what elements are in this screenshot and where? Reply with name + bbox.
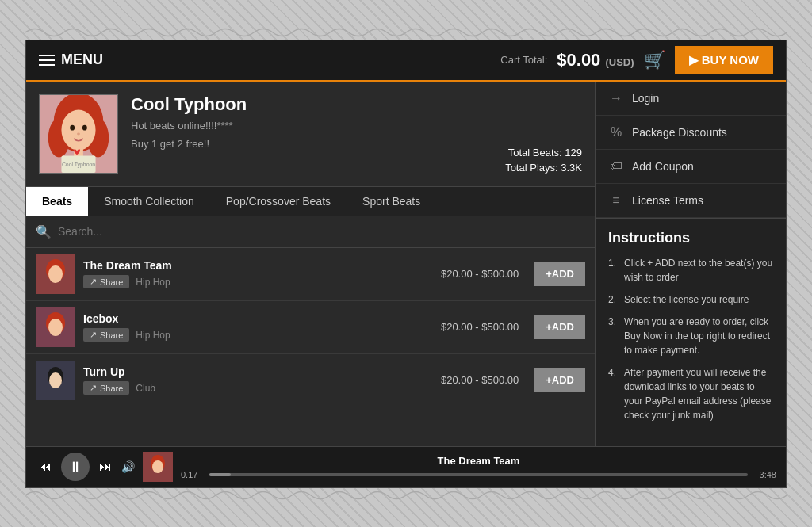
beat-title-3: Turn Up xyxy=(83,365,433,378)
beat-title-1: The Dream Team xyxy=(83,259,433,272)
share-icon-3: ↗ xyxy=(90,383,97,393)
nav-label-coupon: Add Coupon xyxy=(632,160,694,173)
beat-actions-3: ↗ Share Club xyxy=(83,381,433,395)
plays-label: Total Plays: xyxy=(505,162,557,174)
tab-beats[interactable]: Beats xyxy=(26,187,88,216)
bottom-squiggle xyxy=(25,488,787,502)
outer-wrapper: MENU Cart Total: $0.00 (USD) 🛒 ▶ BUY NOW xyxy=(0,0,812,527)
instructions-title: Instructions xyxy=(608,230,773,246)
total-beats: Total Beats: 129 xyxy=(505,147,582,158)
nav-item-coupon[interactable]: 🏷 Add Coupon xyxy=(596,150,786,184)
svg-point-19 xyxy=(49,372,62,388)
header: MENU Cart Total: $0.00 (USD) 🛒 ▶ BUY NOW xyxy=(26,40,786,82)
buy-now-button[interactable]: ▶ BUY NOW xyxy=(675,46,773,74)
total-plays: Total Plays: 3.3K xyxy=(505,162,582,174)
svg-point-22 xyxy=(152,460,163,473)
nav-item-packages[interactable]: % Package Discounts xyxy=(596,116,786,150)
svg-point-16 xyxy=(48,319,63,336)
svg-point-13 xyxy=(48,265,63,283)
share-button-3[interactable]: ↗ Share xyxy=(83,381,129,395)
search-input[interactable] xyxy=(58,225,585,238)
packages-icon: % xyxy=(608,125,624,139)
beat-info-3: Turn Up ↗ Share Club xyxy=(83,365,433,395)
add-button-3[interactable]: +ADD xyxy=(534,368,585,392)
main-container: MENU Cart Total: $0.00 (USD) 🛒 ▶ BUY NOW xyxy=(25,40,787,488)
tab-smooth[interactable]: Smooth Collection xyxy=(88,187,210,216)
svg-point-7 xyxy=(77,132,80,135)
instruction-step-4: After payment you will receive the downl… xyxy=(608,365,773,422)
beat-genre-2: Hip Hop xyxy=(136,330,170,341)
beat-list: The Dream Team ↗ Share Hip Hop $20.00 - … xyxy=(26,248,595,446)
right-panel: → Login % Package Discounts 🏷 Add Coupon… xyxy=(596,82,786,446)
instructions-section: Instructions Click + ADD next to the bea… xyxy=(596,219,786,446)
nav-label-terms: License Terms xyxy=(632,194,703,207)
menu-button[interactable]: MENU xyxy=(39,52,103,68)
top-squiggle xyxy=(25,25,787,40)
player-bar: ⏮ ⏸ ⏭ 🔊 The Dream Team 0.17 xyxy=(26,446,786,487)
nav-item-terms[interactable]: ≡ License Terms xyxy=(596,184,786,218)
artist-promo: Buy 1 get 2 free!! xyxy=(131,138,492,150)
cart-total-amount: $0.00 (USD) xyxy=(557,50,634,71)
current-track-name: The Dream Team xyxy=(181,455,776,467)
player-controls: ⏮ ⏸ ⏭ 🔊 xyxy=(36,453,135,481)
content-area: Cool Typhoon Cool Typhoon Hot beats onli… xyxy=(26,82,786,446)
instructions-list: Click + ADD next to the beat(s) you wish… xyxy=(608,256,773,422)
svg-point-4 xyxy=(61,109,95,150)
beat-actions-1: ↗ Share Hip Hop xyxy=(83,275,433,288)
beat-title-2: Icebox xyxy=(83,312,433,325)
add-button-2[interactable]: +ADD xyxy=(534,315,585,339)
beat-genre-1: Hip Hop xyxy=(136,277,170,288)
artist-details: Cool Typhoon Hot beats online!!!!**** Bu… xyxy=(131,94,492,174)
instruction-step-1: Click + ADD next to the beat(s) you wish… xyxy=(608,256,773,285)
time-current: 0.17 xyxy=(181,470,203,479)
beat-genre-3: Club xyxy=(136,383,155,394)
volume-icon[interactable]: 🔊 xyxy=(121,460,135,473)
share-button-2[interactable]: ↗ Share xyxy=(83,328,129,342)
add-button-1[interactable]: +ADD xyxy=(534,262,585,286)
svg-point-6 xyxy=(82,124,87,130)
artist-name: Cool Typhoon xyxy=(131,94,492,115)
beats-value: 129 xyxy=(565,147,582,158)
next-button[interactable]: ⏭ xyxy=(96,456,115,477)
search-icon: 🔍 xyxy=(36,224,52,239)
beat-thumb-2 xyxy=(36,307,75,347)
instruction-step-3: When you are ready to order, click Buy N… xyxy=(608,315,773,357)
menu-label: MENU xyxy=(61,52,103,68)
artist-stats: Total Beats: 129 Total Plays: 3.3K xyxy=(505,94,582,174)
time-total: 3:48 xyxy=(754,470,776,479)
beat-info-1: The Dream Team ↗ Share Hip Hop xyxy=(83,259,433,288)
beat-thumb-1 xyxy=(36,254,75,294)
progress-section: The Dream Team 0.17 3:48 xyxy=(181,455,776,479)
nav-item-login[interactable]: → Login xyxy=(596,82,786,116)
share-label-1: Share xyxy=(100,277,123,287)
coupon-icon: 🏷 xyxy=(608,159,624,174)
artist-info: Cool Typhoon Cool Typhoon Hot beats onli… xyxy=(26,82,595,187)
artist-image: Cool Typhoon xyxy=(39,94,118,174)
current-track-thumb xyxy=(143,452,173,482)
share-label-3: Share xyxy=(100,384,123,393)
cart-total-label: Cart Total: xyxy=(500,54,547,66)
plays-value: 3.3K xyxy=(561,162,582,174)
tab-sport[interactable]: Sport Beats xyxy=(347,187,436,216)
nav-label-packages: Package Discounts xyxy=(632,126,727,139)
cart-icon[interactable]: 🛒 xyxy=(644,50,665,71)
share-button-1[interactable]: ↗ Share xyxy=(83,275,129,288)
login-icon: → xyxy=(608,91,624,105)
search-bar: 🔍 xyxy=(26,216,595,248)
left-panel: Cool Typhoon Cool Typhoon Hot beats onli… xyxy=(26,82,596,446)
beat-item-1: The Dream Team ↗ Share Hip Hop $20.00 - … xyxy=(26,248,595,301)
beat-item-3: Turn Up ↗ Share Club $20.00 - $500.00 +A… xyxy=(26,354,595,407)
terms-icon: ≡ xyxy=(608,193,624,208)
tab-pop[interactable]: Pop/Crossover Beats xyxy=(210,187,347,216)
svg-point-5 xyxy=(70,124,75,130)
prev-button[interactable]: ⏮ xyxy=(36,456,55,477)
artist-tagline: Hot beats online!!!!**** xyxy=(131,120,492,132)
nav-items: → Login % Package Discounts 🏷 Add Coupon… xyxy=(596,82,786,219)
beats-label: Total Beats: xyxy=(508,147,562,158)
beat-price-3: $20.00 - $500.00 xyxy=(441,374,519,386)
progress-row: 0.17 3:48 xyxy=(181,470,776,479)
progress-bar[interactable] xyxy=(209,473,748,476)
beat-actions-2: ↗ Share Hip Hop xyxy=(83,328,433,342)
cart-currency: (USD) xyxy=(605,56,634,68)
pause-button[interactable]: ⏸ xyxy=(61,453,90,481)
